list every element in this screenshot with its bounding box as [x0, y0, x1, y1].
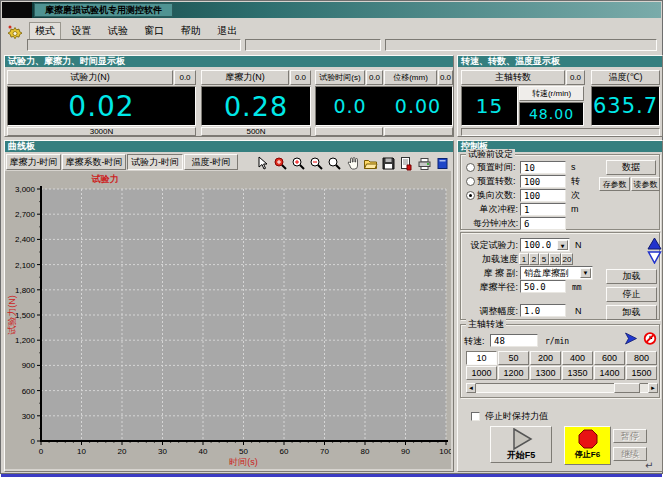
- speed-preset-1000[interactable]: 1000: [466, 366, 497, 380]
- test-time-label-button[interactable]: 试验时间(s): [315, 70, 365, 85]
- spindle-run-button[interactable]: [623, 331, 639, 346]
- force-up-button[interactable]: [647, 236, 662, 249]
- load-speed-option-20[interactable]: 20: [561, 253, 573, 265]
- menu-item-mode[interactable]: 模式: [29, 22, 61, 40]
- scrollbar-left-button[interactable]: ◄: [466, 383, 476, 393]
- speed-preset-600[interactable]: 600: [594, 351, 625, 365]
- spindle-revs-zero-button[interactable]: 0.0: [566, 70, 585, 85]
- svg-text:试验力(N): 试验力(N): [7, 295, 17, 335]
- speed-preset-50[interactable]: 50: [498, 351, 529, 365]
- pan-icon[interactable]: [344, 155, 360, 171]
- export-icon[interactable]: [398, 155, 414, 171]
- menu-item-window[interactable]: 窗口: [138, 22, 170, 40]
- stop-f6-button[interactable]: 停止F6: [564, 426, 611, 465]
- speed-preset-200[interactable]: 200: [530, 351, 561, 365]
- spindle-revs-label-button[interactable]: 主轴转数: [461, 70, 565, 85]
- svg-text:70: 70: [320, 447, 329, 456]
- strokes-per-min-input[interactable]: 6: [520, 217, 566, 230]
- speed-preset-1350[interactable]: 1350: [562, 366, 593, 380]
- start-button-label: 开始F5: [507, 450, 536, 460]
- scrollbar-right-button[interactable]: ►: [648, 383, 658, 393]
- zoom-out-icon[interactable]: [308, 155, 324, 171]
- friction-radius-input[interactable]: 50.0: [520, 280, 566, 293]
- zoom-reset-icon[interactable]: [326, 155, 342, 171]
- force-down-button[interactable]: [647, 250, 662, 263]
- continue-button[interactable]: 继续: [613, 447, 647, 461]
- set-force-combo[interactable]: 100.0 ▼: [520, 238, 570, 252]
- displacement-label-button[interactable]: 位移(mm): [384, 70, 437, 85]
- menu-item-settings[interactable]: 设置: [65, 22, 97, 40]
- spindle-stop-button[interactable]: [642, 331, 658, 346]
- save-params-button[interactable]: 存参数: [599, 177, 630, 191]
- svg-text:1,200: 1,200: [15, 336, 36, 345]
- pause-button[interactable]: 暂停: [613, 429, 647, 443]
- read-params-button[interactable]: 读参数: [631, 177, 660, 191]
- test-time-zero-button[interactable]: 0.0: [366, 70, 383, 85]
- load-speed-option-10[interactable]: 10: [549, 253, 561, 265]
- load-speed-option-5[interactable]: 5: [539, 253, 549, 265]
- menu-item-help[interactable]: 帮助: [175, 22, 207, 40]
- svg-text:300: 300: [22, 412, 36, 421]
- zoom-in-icon[interactable]: [290, 155, 306, 171]
- test-force-zero-button[interactable]: 0.0: [174, 70, 196, 85]
- svg-text:100: 100: [439, 447, 451, 456]
- preset-time-input[interactable]: 10: [520, 161, 566, 174]
- status-field-2: [245, 39, 381, 51]
- preset-revs-label: 预置转数:: [477, 176, 516, 187]
- save-icon[interactable]: [380, 155, 396, 171]
- displacement-footer: [384, 127, 453, 136]
- reverse-count-radio[interactable]: [466, 191, 475, 200]
- tab-friction-time[interactable]: 摩擦力-时间: [6, 154, 61, 170]
- set-force-dropdown-icon[interactable]: ▼: [557, 240, 568, 250]
- speed-preset-1400[interactable]: 1400: [594, 366, 625, 380]
- zoom-window-icon[interactable]: [272, 155, 288, 171]
- open-folder-icon[interactable]: [362, 155, 378, 171]
- data-button[interactable]: 数据: [606, 160, 656, 175]
- hold-force-checkbox[interactable]: [471, 412, 480, 421]
- spindle-speed-input-unit: r/min: [545, 336, 569, 347]
- unload-button[interactable]: 卸载: [606, 305, 657, 320]
- speed-preset-10[interactable]: 10: [466, 351, 497, 365]
- load-button[interactable]: 加载: [606, 269, 657, 284]
- load-speed-option-2[interactable]: 2: [529, 253, 539, 265]
- scrollbar-thumb[interactable]: [614, 383, 640, 393]
- speed-preset-1200[interactable]: 1200: [498, 366, 529, 380]
- friction-force-zero-button[interactable]: 0.0: [290, 70, 311, 85]
- tab-temperature-time[interactable]: 温度-时间: [184, 154, 238, 170]
- adjust-step-input[interactable]: 1.0: [520, 304, 566, 317]
- friction-force-label-button[interactable]: 摩擦力(N): [201, 70, 289, 85]
- preset-time-radio[interactable]: [466, 163, 475, 172]
- menu-item-test[interactable]: 试验: [102, 22, 134, 40]
- stop-octagon-icon: [578, 429, 598, 450]
- speed-preset-1500[interactable]: 1500: [626, 366, 657, 380]
- speed-preset-400[interactable]: 400: [562, 351, 593, 365]
- spindle-speed-value: 48.00: [529, 106, 574, 122]
- print-icon[interactable]: [416, 155, 432, 171]
- friction-pair-dropdown-icon[interactable]: ▼: [580, 268, 591, 278]
- app-icon[interactable]: [5, 23, 25, 43]
- friction-pair-combo[interactable]: 销盘摩擦副 ▼: [520, 266, 593, 280]
- force-display-panel-header: 试验力、摩擦力、时间显示板: [5, 56, 453, 67]
- tab-friction-coef-time[interactable]: 摩擦系数-时间: [62, 154, 126, 170]
- preset-revs-radio[interactable]: [466, 177, 475, 186]
- new-window-icon[interactable]: [434, 155, 450, 171]
- friction-radius-label: 摩擦半径:: [461, 282, 518, 293]
- loading-stop-button[interactable]: 停止: [606, 287, 657, 302]
- speed-preset-800[interactable]: 800: [626, 351, 657, 365]
- window-bottom-accent: [1, 474, 662, 477]
- pretest-legend: 试验前设定: [466, 149, 515, 160]
- stroke-input[interactable]: 1: [520, 203, 566, 216]
- displacement-zero-button[interactable]: 0.0: [438, 70, 453, 85]
- test-force-label-button[interactable]: 试验力(N): [7, 70, 173, 85]
- svg-text:20: 20: [118, 447, 127, 456]
- cursor-icon[interactable]: [254, 155, 270, 171]
- tab-test-force-time[interactable]: 试验力-时间: [127, 154, 183, 170]
- load-speed-option-1[interactable]: 1: [519, 253, 529, 265]
- reverse-count-input[interactable]: 100: [520, 189, 566, 202]
- preset-revs-input[interactable]: 100: [520, 175, 566, 188]
- menu-item-exit[interactable]: 退出: [211, 22, 243, 40]
- svg-text:900: 900: [22, 361, 36, 370]
- start-button[interactable]: 开始F5: [490, 426, 552, 463]
- spindle-speed-input[interactable]: 48: [490, 334, 538, 347]
- speed-preset-1300[interactable]: 1300: [530, 366, 561, 380]
